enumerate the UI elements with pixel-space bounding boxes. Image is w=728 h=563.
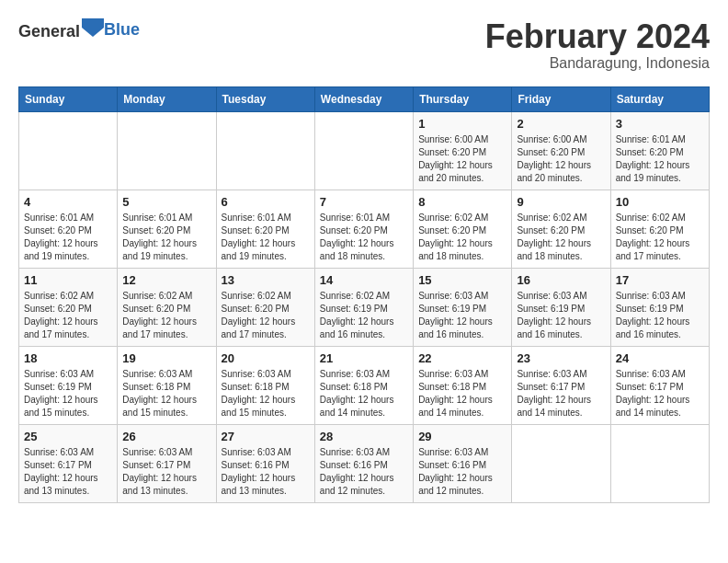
day-number: 25 xyxy=(24,430,112,443)
calendar-cell: 23Sunrise: 6:03 AM Sunset: 6:17 PM Dayli… xyxy=(512,346,610,424)
calendar-table: SundayMondayTuesdayWednesdayThursdayFrid… xyxy=(18,86,710,503)
calendar-cell: 9Sunrise: 6:02 AM Sunset: 6:20 PM Daylig… xyxy=(512,190,610,268)
day-number: 7 xyxy=(320,195,408,209)
calendar-cell: 28Sunrise: 6:03 AM Sunset: 6:16 PM Dayli… xyxy=(314,424,413,502)
logo-general-text: General xyxy=(18,22,80,40)
title-block: February 2024 Bandaragung, Indonesia xyxy=(485,18,710,72)
day-info: Sunrise: 6:02 AM Sunset: 6:19 PM Dayligh… xyxy=(320,290,408,341)
day-info: Sunrise: 6:01 AM Sunset: 6:20 PM Dayligh… xyxy=(24,212,112,263)
day-info: Sunrise: 6:03 AM Sunset: 6:18 PM Dayligh… xyxy=(122,368,210,419)
day-info: Sunrise: 6:02 AM Sunset: 6:20 PM Dayligh… xyxy=(24,290,112,341)
day-number: 10 xyxy=(616,195,704,209)
calendar-week-3: 18Sunrise: 6:03 AM Sunset: 6:19 PM Dayli… xyxy=(19,346,710,424)
month-title: February 2024 xyxy=(485,18,710,55)
calendar-cell xyxy=(216,111,314,190)
day-info: Sunrise: 6:01 AM Sunset: 6:20 PM Dayligh… xyxy=(122,212,210,263)
page-header: General Blue February 2024 Bandaragung, … xyxy=(18,18,710,72)
calendar-cell: 7Sunrise: 6:01 AM Sunset: 6:20 PM Daylig… xyxy=(314,190,413,268)
day-number: 29 xyxy=(418,430,506,443)
calendar-week-4: 25Sunrise: 6:03 AM Sunset: 6:17 PM Dayli… xyxy=(19,424,710,502)
day-number: 21 xyxy=(320,351,408,365)
day-info: Sunrise: 6:02 AM Sunset: 6:20 PM Dayligh… xyxy=(122,290,210,341)
calendar-cell: 6Sunrise: 6:01 AM Sunset: 6:20 PM Daylig… xyxy=(216,190,314,268)
day-info: Sunrise: 6:00 AM Sunset: 6:20 PM Dayligh… xyxy=(418,133,506,185)
day-number: 18 xyxy=(24,351,112,365)
day-number: 3 xyxy=(616,117,704,131)
day-info: Sunrise: 6:03 AM Sunset: 6:18 PM Dayligh… xyxy=(320,368,408,419)
day-info: Sunrise: 6:00 AM Sunset: 6:20 PM Dayligh… xyxy=(517,133,605,185)
day-info: Sunrise: 6:03 AM Sunset: 6:16 PM Dayligh… xyxy=(418,446,506,498)
day-info: Sunrise: 6:03 AM Sunset: 6:17 PM Dayligh… xyxy=(517,368,605,419)
calendar-cell: 5Sunrise: 6:01 AM Sunset: 6:20 PM Daylig… xyxy=(118,190,216,268)
calendar-cell: 18Sunrise: 6:03 AM Sunset: 6:19 PM Dayli… xyxy=(19,346,118,424)
calendar-week-2: 11Sunrise: 6:02 AM Sunset: 6:20 PM Dayli… xyxy=(19,268,710,346)
calendar-body: 1Sunrise: 6:00 AM Sunset: 6:20 PM Daylig… xyxy=(19,111,710,502)
calendar-cell xyxy=(314,111,413,190)
day-info: Sunrise: 6:03 AM Sunset: 6:16 PM Dayligh… xyxy=(320,446,408,498)
day-number: 9 xyxy=(517,195,605,209)
day-info: Sunrise: 6:02 AM Sunset: 6:20 PM Dayligh… xyxy=(517,212,605,263)
logo-icon xyxy=(82,18,104,37)
day-number: 15 xyxy=(418,273,506,287)
day-info: Sunrise: 6:03 AM Sunset: 6:16 PM Dayligh… xyxy=(222,446,310,498)
day-number: 27 xyxy=(222,430,310,443)
weekday-header-thursday: Thursday xyxy=(414,86,512,111)
weekday-header-friday: Friday xyxy=(512,86,610,111)
logo-blue-text: Blue xyxy=(104,20,140,39)
calendar-cell: 19Sunrise: 6:03 AM Sunset: 6:18 PM Dayli… xyxy=(118,346,216,424)
day-number: 22 xyxy=(418,351,506,365)
calendar-cell: 10Sunrise: 6:02 AM Sunset: 6:20 PM Dayli… xyxy=(610,190,709,268)
day-info: Sunrise: 6:02 AM Sunset: 6:20 PM Dayligh… xyxy=(616,212,704,263)
day-number: 28 xyxy=(320,430,408,443)
weekday-header-sunday: Sunday xyxy=(19,86,118,111)
calendar-week-1: 4Sunrise: 6:01 AM Sunset: 6:20 PM Daylig… xyxy=(19,190,710,268)
day-info: Sunrise: 6:03 AM Sunset: 6:17 PM Dayligh… xyxy=(24,446,112,498)
day-info: Sunrise: 6:01 AM Sunset: 6:20 PM Dayligh… xyxy=(320,212,408,263)
day-number: 6 xyxy=(222,195,310,209)
weekday-header-wednesday: Wednesday xyxy=(314,86,413,111)
calendar-week-0: 1Sunrise: 6:00 AM Sunset: 6:20 PM Daylig… xyxy=(19,111,710,190)
day-info: Sunrise: 6:01 AM Sunset: 6:20 PM Dayligh… xyxy=(616,133,704,185)
calendar-cell: 16Sunrise: 6:03 AM Sunset: 6:19 PM Dayli… xyxy=(512,268,610,346)
calendar-cell: 24Sunrise: 6:03 AM Sunset: 6:17 PM Dayli… xyxy=(610,346,709,424)
svg-marker-0 xyxy=(82,18,104,37)
day-info: Sunrise: 6:03 AM Sunset: 6:19 PM Dayligh… xyxy=(24,368,112,419)
day-info: Sunrise: 6:02 AM Sunset: 6:20 PM Dayligh… xyxy=(222,290,310,341)
weekday-header-row: SundayMondayTuesdayWednesdayThursdayFrid… xyxy=(19,86,710,111)
calendar-cell: 15Sunrise: 6:03 AM Sunset: 6:19 PM Dayli… xyxy=(414,268,512,346)
calendar-cell: 13Sunrise: 6:02 AM Sunset: 6:20 PM Dayli… xyxy=(216,268,314,346)
calendar-cell: 29Sunrise: 6:03 AM Sunset: 6:16 PM Dayli… xyxy=(414,424,512,502)
calendar-cell: 1Sunrise: 6:00 AM Sunset: 6:20 PM Daylig… xyxy=(414,111,512,190)
calendar-cell: 25Sunrise: 6:03 AM Sunset: 6:17 PM Dayli… xyxy=(19,424,118,502)
weekday-header-saturday: Saturday xyxy=(610,86,709,111)
day-number: 14 xyxy=(320,273,408,287)
day-number: 12 xyxy=(122,273,210,287)
day-number: 17 xyxy=(616,273,704,287)
day-number: 11 xyxy=(24,273,112,287)
weekday-header-monday: Monday xyxy=(118,86,216,111)
day-number: 2 xyxy=(517,117,605,131)
day-number: 23 xyxy=(517,351,605,365)
day-number: 26 xyxy=(122,430,210,443)
calendar-cell: 14Sunrise: 6:02 AM Sunset: 6:19 PM Dayli… xyxy=(314,268,413,346)
calendar-cell: 22Sunrise: 6:03 AM Sunset: 6:18 PM Dayli… xyxy=(414,346,512,424)
weekday-header-tuesday: Tuesday xyxy=(216,86,314,111)
day-number: 8 xyxy=(418,195,506,209)
calendar-cell xyxy=(19,111,118,190)
calendar-cell: 4Sunrise: 6:01 AM Sunset: 6:20 PM Daylig… xyxy=(19,190,118,268)
calendar-cell: 20Sunrise: 6:03 AM Sunset: 6:18 PM Dayli… xyxy=(216,346,314,424)
day-info: Sunrise: 6:03 AM Sunset: 6:19 PM Dayligh… xyxy=(517,290,605,341)
day-number: 24 xyxy=(616,351,704,365)
day-number: 13 xyxy=(222,273,310,287)
day-info: Sunrise: 6:03 AM Sunset: 6:18 PM Dayligh… xyxy=(418,368,506,419)
calendar-cell: 8Sunrise: 6:02 AM Sunset: 6:20 PM Daylig… xyxy=(414,190,512,268)
day-number: 5 xyxy=(122,195,210,209)
day-info: Sunrise: 6:02 AM Sunset: 6:20 PM Dayligh… xyxy=(418,212,506,263)
day-number: 20 xyxy=(222,351,310,365)
calendar-cell: 27Sunrise: 6:03 AM Sunset: 6:16 PM Dayli… xyxy=(216,424,314,502)
calendar-cell: 3Sunrise: 6:01 AM Sunset: 6:20 PM Daylig… xyxy=(610,111,709,190)
logo: General Blue xyxy=(18,18,140,41)
day-info: Sunrise: 6:03 AM Sunset: 6:17 PM Dayligh… xyxy=(616,368,704,419)
calendar-cell: 11Sunrise: 6:02 AM Sunset: 6:20 PM Dayli… xyxy=(19,268,118,346)
day-number: 1 xyxy=(418,117,506,131)
